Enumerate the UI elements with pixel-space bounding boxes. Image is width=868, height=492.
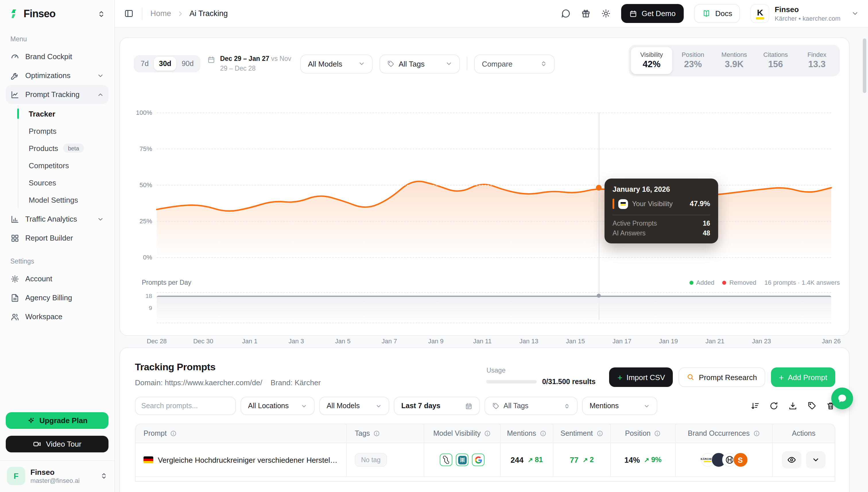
sentiment-delta: ↗ 2: [582, 456, 594, 464]
kpi-tab-position[interactable]: Position 23%: [672, 47, 714, 74]
kpi-tab-mentions[interactable]: Mentions 3.9K: [714, 47, 755, 74]
chevron-down-icon: [301, 403, 307, 409]
kpi-label: Position: [672, 51, 714, 58]
openai-icon[interactable]: [440, 453, 452, 466]
expand-row-button[interactable]: [806, 451, 825, 468]
highlighted-point: [596, 185, 602, 191]
tooltip-date: January 16, 2026: [613, 186, 710, 194]
x-axis-label: Jan 7: [381, 338, 397, 344]
date-range[interactable]: Dec 29 – Jan 27 vs Nov 29 – Dec 28: [207, 54, 294, 74]
all-models-dropdown[interactable]: All Models: [300, 54, 373, 73]
breadcrumb-chevron-icon: [177, 10, 184, 17]
col-sentiment[interactable]: Sentiment: [553, 424, 611, 443]
sidebar-collapse-icon[interactable]: [98, 10, 105, 18]
search-prompts-box[interactable]: [135, 397, 236, 415]
theme-sun-icon[interactable]: [601, 8, 611, 18]
sidebar-item-workspace[interactable]: Workspace: [6, 307, 108, 326]
search-input[interactable]: [141, 402, 230, 410]
visibility-chart[interactable]: 100%75%50%25%0%: [157, 113, 831, 257]
sidebar-item-prompts[interactable]: Prompts: [18, 122, 108, 140]
tooltip-series-value: 47.9%: [690, 200, 710, 208]
usage-label: Usage: [487, 367, 596, 374]
video-tour-button[interactable]: Video Tour: [6, 436, 108, 452]
sidebar-item-sources[interactable]: Sources: [18, 174, 108, 191]
col-tags[interactable]: Tags: [347, 424, 424, 443]
tags-filter-label: All Tags: [503, 402, 528, 410]
tags-filter-dropdown[interactable]: All Tags: [485, 397, 577, 415]
sidebar-item-optimizations[interactable]: Optimizations: [6, 66, 108, 85]
sidebar-item-model-settings[interactable]: Model Settings: [18, 191, 108, 208]
prompts-per-day-chart[interactable]: 18 9: [157, 295, 831, 320]
germany-flag-icon: [144, 457, 153, 463]
models-label: All Models: [327, 402, 359, 410]
locations-dropdown[interactable]: All Locations: [241, 397, 315, 415]
all-tags-dropdown[interactable]: All Tags: [380, 54, 460, 73]
compare-dropdown[interactable]: Compare: [474, 54, 555, 73]
tracking-prompts-card: Tracking Prompts Domain: https://www.kae…: [119, 347, 850, 492]
stihl-brand-avatar[interactable]: S: [733, 452, 748, 467]
sidebar-item-agency-billing[interactable]: Agency Billing: [6, 288, 108, 307]
chevron-down-icon: [644, 403, 650, 409]
breadcrumb-home[interactable]: Home: [150, 9, 171, 18]
metric-dropdown[interactable]: Mentions: [582, 397, 657, 415]
perplexity-icon[interactable]: [456, 453, 468, 466]
tag-icon[interactable]: [807, 401, 816, 411]
download-icon[interactable]: [788, 401, 797, 411]
kpi-tab-findex[interactable]: Findex 13.3: [796, 47, 838, 74]
sidebar-item-tracker[interactable]: Tracker: [18, 105, 108, 122]
chat-widget-button[interactable]: [831, 388, 853, 409]
range-90d[interactable]: 90d: [176, 57, 199, 71]
sidebar-item-report-builder[interactable]: Report Builder: [6, 228, 108, 247]
sparkles-icon: [27, 417, 35, 424]
chat-icon[interactable]: [561, 8, 570, 18]
table-row[interactable]: Vergleiche Hochdruckreiniger verschieden…: [135, 443, 835, 476]
sidebar-item-competitors[interactable]: Competitors: [18, 157, 108, 174]
col-model-visibility[interactable]: Model Visibility: [424, 424, 501, 443]
google-icon[interactable]: [472, 453, 485, 466]
col-position[interactable]: Position: [611, 424, 676, 443]
get-demo-button[interactable]: Get Demo: [621, 4, 684, 23]
col-mentions[interactable]: Mentions: [501, 424, 553, 443]
kpi-tab-citations[interactable]: Citations 156: [755, 47, 796, 74]
period-dropdown[interactable]: Last 7 days: [394, 397, 480, 415]
range-7d[interactable]: 7d: [135, 57, 154, 71]
docs-button[interactable]: Docs: [694, 4, 740, 23]
refresh-icon[interactable]: [769, 401, 778, 411]
logo-row[interactable]: Finseo: [6, 0, 108, 28]
import-csv-button[interactable]: + Import CSV: [610, 367, 673, 387]
col-brand-occurrences[interactable]: Brand Occurrences: [676, 424, 773, 443]
wrench-icon: [10, 71, 20, 80]
tags-cell[interactable]: No tag: [347, 443, 424, 476]
prompt-cell[interactable]: Vergleiche Hochdruckreiniger verschieden…: [135, 443, 347, 476]
sidebar-item-brand-cockpit[interactable]: Brand Cockpit: [6, 47, 108, 66]
y-axis-label: 0%: [130, 254, 152, 261]
workspace-switcher[interactable]: K Finseo Kärcher • kaercher.com: [751, 4, 859, 23]
prompt-research-button[interactable]: Prompt Research: [679, 367, 765, 387]
sidebar-item-label: Tracker: [29, 109, 55, 118]
sidebar-toggle-icon[interactable]: [124, 8, 134, 18]
add-prompt-button[interactable]: + Add Prompt: [771, 367, 835, 387]
no-tag-chip[interactable]: No tag: [355, 453, 387, 467]
y-axis-label: 100%: [130, 109, 152, 116]
upgrade-plan-button[interactable]: Upgrade Plan: [6, 412, 108, 429]
settings-section-label: Settings: [6, 247, 108, 269]
kpi-tab-visibility[interactable]: Visibility 42%: [631, 47, 672, 74]
col-prompt[interactable]: Prompt: [135, 424, 347, 443]
view-prompt-button[interactable]: [782, 451, 801, 468]
range-30d[interactable]: 30d: [154, 57, 176, 71]
calendar-icon: [207, 56, 216, 64]
sidebar-item-account[interactable]: Account: [6, 269, 108, 288]
gift-icon[interactable]: [581, 8, 590, 18]
user-menu[interactable]: F Finseo master@finseo.ai: [0, 461, 114, 492]
sort-icon[interactable]: [750, 401, 760, 411]
sidebar-item-prompt-tracking[interactable]: Prompt Tracking: [6, 85, 108, 104]
sidebar-item-traffic-analytics[interactable]: Traffic Analytics: [6, 210, 108, 228]
page-scrollbar-thumb[interactable]: [863, 39, 866, 93]
models-dropdown[interactable]: All Models: [319, 397, 389, 415]
domain-url[interactable]: https://www.kaercher.com/de/: [165, 378, 262, 387]
video-camera-icon: [33, 440, 41, 448]
chevrons-up-down-icon: [100, 472, 107, 479]
x-axis-label: Jan 21: [705, 338, 724, 344]
next-table-row-partial: [135, 476, 835, 481]
sidebar-item-products[interactable]: Productsbeta: [18, 140, 108, 157]
